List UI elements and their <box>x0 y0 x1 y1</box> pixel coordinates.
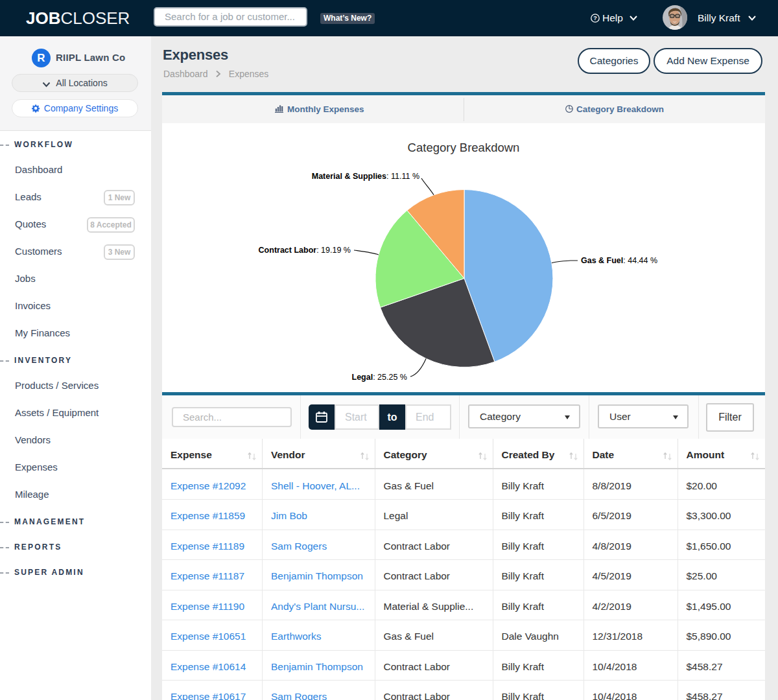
svg-text:Legal: 25.25 %: Legal: 25.25 % <box>352 373 407 382</box>
svg-text:Gas & Fuel: 44.44 %: Gas & Fuel: 44.44 % <box>581 256 657 265</box>
svg-text:Category Breakdown: Category Breakdown <box>408 141 520 154</box>
svg-text:Material & Supplies: 11.11 %: Material & Supplies: 11.11 % <box>312 172 419 181</box>
svg-text:Contract Labor: 19.19 %: Contract Labor: 19.19 % <box>259 246 351 255</box>
svg-text:?: ? <box>593 15 597 21</box>
